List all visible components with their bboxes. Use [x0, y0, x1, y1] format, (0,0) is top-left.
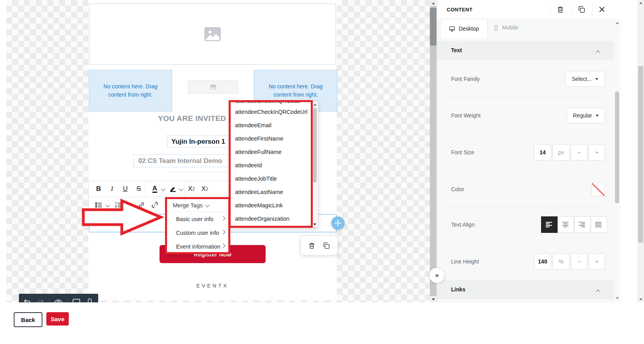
underline-button[interactable]: U: [119, 182, 132, 196]
merge-tag-option-clipped[interactable]: attendeeCheckInQRCode: [230, 102, 318, 105]
window-scroll-up-icon[interactable]: [639, 2, 642, 4]
canvas-scrollbar-thumb[interactable]: [430, 8, 437, 46]
list-scroll-down-icon[interactable]: [313, 223, 316, 225]
list-scrollbar-thumb[interactable]: [313, 108, 317, 183]
list-scroll-up-icon[interactable]: [314, 104, 317, 106]
strikethrough-button[interactable]: S: [132, 182, 145, 196]
canvas-scroll-down-icon[interactable]: [430, 296, 437, 302]
bullet-list-button[interactable]: [92, 198, 105, 212]
superscript-button[interactable]: X2: [185, 182, 198, 196]
font-color-chevron-icon[interactable]: [161, 187, 165, 191]
merge-tags-menu-item[interactable]: Basic user info: [167, 212, 229, 226]
list-scrollbar[interactable]: [312, 102, 318, 227]
collapse-section-icon[interactable]: [596, 289, 600, 294]
empty-dropzone-left[interactable]: No content here. Drag content from right…: [89, 70, 172, 112]
font-color-button[interactable]: A: [148, 182, 161, 196]
merge-tag-option[interactable]: attendeeOrganization: [230, 212, 318, 225]
back-button-label: Back: [21, 317, 35, 323]
delete-block-button[interactable]: [308, 242, 316, 249]
font-size-input[interactable]: 14: [534, 144, 551, 161]
merge-tag-option[interactable]: attendeeId: [230, 159, 318, 172]
align-left-icon: [546, 222, 553, 227]
merge-tag-option[interactable]: attendeeFullName: [230, 145, 318, 159]
subscript-button[interactable]: X2: [198, 182, 211, 196]
copy-icon: [323, 242, 330, 249]
panel-body: Text Font Family Select... Font Weight R…: [437, 38, 620, 344]
merge-tag-option[interactable]: attendeeCheckInQRCodeUrl: [230, 105, 318, 119]
tab-mobile[interactable]: Mobile: [493, 24, 518, 31]
merge-tags-menu-item[interactable]: Event information: [167, 240, 229, 253]
align-right-button[interactable]: [574, 216, 591, 233]
link-button[interactable]: [135, 198, 148, 212]
merge-tags-list: attendeeCheckInQRCode attendeeCheckInQRC…: [230, 101, 318, 228]
font-size-decrease-button[interactable]: −: [571, 144, 587, 161]
merge-tag-option[interactable]: attendeeJobTitle: [230, 172, 318, 185]
panel-scroll-up-icon[interactable]: [616, 22, 619, 24]
font-family-select[interactable]: Select...: [565, 71, 605, 87]
image-placeholder-block[interactable]: [89, 4, 336, 65]
canvas-scroll-up-icon[interactable]: [430, 0, 437, 6]
merge-tag-option[interactable]: attendeeMagicLink: [230, 199, 318, 212]
merge-tag-option[interactable]: attendeeFirstName: [230, 132, 318, 145]
numbered-list-button[interactable]: [112, 198, 125, 212]
highlight-chevron-icon[interactable]: [179, 187, 183, 191]
bold-button[interactable]: B: [92, 182, 105, 196]
bullet-list-chevron-icon[interactable]: [105, 203, 110, 207]
save-button[interactable]: Save: [46, 312, 69, 326]
merge-tags-menu-item[interactable]: Custom user info: [167, 226, 229, 240]
row-separator: [447, 170, 605, 171]
align-justify-button[interactable]: [591, 216, 607, 233]
window-scrollbar[interactable]: [637, 0, 644, 302]
merge-tags-trigger[interactable]: Merge Tags: [167, 199, 229, 212]
drag-move-handle[interactable]: [331, 216, 345, 230]
canvas-scrollbar[interactable]: [430, 0, 437, 302]
panel-title: CONTENT: [447, 7, 473, 13]
window-scroll-down-icon[interactable]: [639, 298, 642, 300]
line-height-input[interactable]: 140: [534, 253, 551, 270]
unlink-button[interactable]: [148, 198, 161, 212]
mobile-icon: [493, 25, 499, 31]
numbered-list-icon: [115, 202, 122, 208]
links-section-title: Links: [451, 286, 466, 293]
merge-tag-option[interactable]: attendeeEmail: [230, 119, 318, 132]
panel-scrollbar[interactable]: [614, 19, 620, 302]
font-weight-select[interactable]: Regular: [567, 108, 605, 123]
panel-scroll-down-icon[interactable]: [616, 297, 619, 299]
highlight-button[interactable]: [166, 182, 180, 196]
empty-dropzone-text: No content here. Drag content from right…: [262, 82, 330, 99]
unlink-icon: [151, 201, 158, 209]
back-button[interactable]: Back: [14, 312, 42, 327]
event-title-text: Yujin In-person 1: [171, 138, 225, 146]
brand-logo: EVENTX: [185, 283, 240, 289]
color-swatch[interactable]: [591, 183, 605, 196]
line-height-decrease-button[interactable]: −: [571, 253, 587, 270]
merge-tags-menu: Merge Tags Basic user info Custom user i…: [167, 199, 230, 254]
image-placeholder-icon: [204, 26, 222, 42]
text-section-header[interactable]: Text: [437, 41, 614, 60]
text-align-label: Text Align: [451, 221, 475, 228]
panel-duplicate-button[interactable]: [578, 5, 585, 13]
line-height-increase-button[interactable]: +: [589, 253, 605, 270]
event-subtitle-text: 02 CS Team Internal Demo: [138, 157, 222, 165]
italic-button[interactable]: I: [105, 182, 119, 196]
small-image-block[interactable]: [188, 81, 238, 93]
panel-delete-button[interactable]: [556, 5, 564, 13]
event-subtitle-block[interactable]: 02 CS Team Internal Demo: [133, 154, 246, 167]
double-chevron-icon: »: [435, 271, 439, 279]
merge-tag-option[interactable]: attendeeLastName: [230, 185, 318, 199]
panel-scrollbar-thumb[interactable]: [615, 91, 619, 203]
window-scrollbar-thumb[interactable]: [638, 66, 643, 243]
collapse-panel-button[interactable]: »: [429, 267, 445, 283]
font-family-label: Font Family: [451, 76, 480, 82]
links-section-header[interactable]: Links: [437, 280, 614, 299]
panel-close-button[interactable]: [599, 6, 605, 13]
align-left-button[interactable]: [541, 216, 558, 233]
trash-icon: [308, 242, 316, 249]
duplicate-block-button[interactable]: [323, 242, 330, 249]
collapse-section-icon[interactable]: [596, 50, 600, 55]
font-size-increase-button[interactable]: +: [589, 144, 605, 161]
tab-desktop[interactable]: Desktop: [440, 19, 488, 38]
settings-panel: CONTENT Desktop: [437, 0, 620, 344]
align-center-button[interactable]: [558, 216, 574, 233]
save-button-label: Save: [51, 316, 64, 322]
